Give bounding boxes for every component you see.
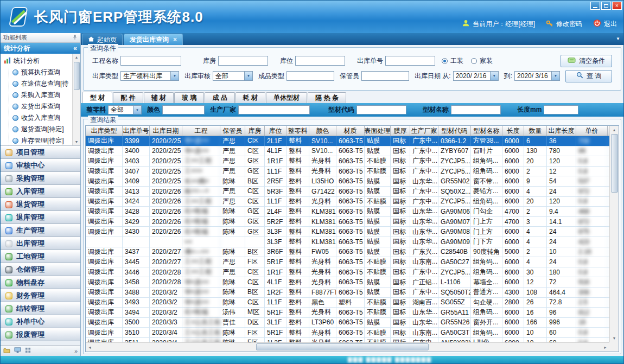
tree-item[interactable]: 在途信息查询[待 [12,78,72,90]
accordion-item[interactable]: 项目管理 [1,146,80,159]
material-tab[interactable]: 配 件 [113,92,143,103]
tree-item[interactable]: 采购入库查询 [12,90,72,101]
logout-button[interactable]: 退出 [593,19,617,29]
column-header[interactable]: 颜色 [309,126,336,136]
accordion-item[interactable]: 结转管理 [1,302,80,315]
column-header[interactable]: 型材代码 [438,126,471,136]
audit-select[interactable]: 全部 ▼ [213,71,253,81]
tab-list-dropdown-icon[interactable]: ▼ [616,36,620,41]
material-tab[interactable]: 辅 材 [144,92,174,103]
out-type-select[interactable]: 生产领料出库 ▼ [120,71,179,81]
scroll-left-icon[interactable]: ◄ [86,346,94,349]
scroll-up-icon[interactable]: ▲ [613,126,616,134]
minimize-button[interactable] [590,2,600,10]
accordion-item[interactable]: 物料盘存 [1,276,80,289]
scroll-down-icon[interactable]: ▼ [75,138,79,145]
change-password-button[interactable]: 修改密码 [546,20,582,29]
table-row[interactable]: 调拨出库34282020/2/26石×鞋城陈琳G区2L4F整料KLM381760… [86,207,609,217]
column-header[interactable]: 整零料 [286,126,309,136]
clear-conditions-button[interactable]: 清空条件 [561,55,612,67]
table-row[interactable]: 调拨出库34462020/2/28工××工程严思C区1R1F整料光身料6063-… [86,267,609,278]
material-tab[interactable]: 单体型材 [266,92,307,103]
table-row[interactable]: 调拨出库33992020/2/25华×原××严思C区2L1F整料SV10...6… [86,136,609,146]
tab-home[interactable]: 起始页 [82,34,123,45]
table-row[interactable]: 调拨出库34942020/3/2石×鞋城汤伟M区5R1F整料光身料6063-T5… [86,308,609,318]
table-row[interactable]: 调拨出库34242020/2/26工××工程严思C区1L1F整料光身料6063-… [86,197,609,207]
scroll-thumb[interactable] [611,134,618,193]
column-header[interactable]: 材质 [336,126,365,136]
accordion-item[interactable]: 报废管理 [1,328,80,341]
chevron-down-icon[interactable]: ▼ [551,71,560,81]
accordion-item[interactable]: 采购管理 [1,172,80,185]
table-row[interactable]: 调拨出库34372020/2/27佛×—××陈琳B区3R6F整料FW056063… [86,247,609,258]
more-icon[interactable]: » [74,348,78,354]
tree-item[interactable]: 退货查询[待定] [12,124,72,135]
accordion-item[interactable]: 退库管理 [1,211,80,224]
profile-code-input[interactable] [356,105,406,114]
accordion-item[interactable]: 补单中心 [1,315,80,328]
column-header[interactable]: 表面处理 [365,126,391,136]
manufacturer-input[interactable] [238,105,310,114]
chevron-down-icon[interactable]: ▼ [490,71,499,81]
zhengling-select[interactable]: 全部 ▼ [108,105,142,114]
length-input[interactable] [544,105,578,114]
tree-item[interactable]: 发货出库查询 [12,101,72,112]
chevron-down-icon[interactable]: ▼ [170,71,179,81]
monitor-icon[interactable] [14,347,21,354]
column-header[interactable]: 生产厂家 [410,126,438,136]
grid-vertical-scrollbar[interactable]: ▲ ▼ [609,126,619,342]
accordion-item[interactable]: 生产管理 [1,224,80,237]
close-button[interactable]: × [612,2,622,10]
accordion-item[interactable]: 仓储管理 [1,263,80,276]
column-header[interactable]: 出库长度 [547,126,576,136]
jiazhuang-radio[interactable] [471,58,477,64]
chevron-down-icon[interactable]: ▼ [133,105,142,114]
material-tab[interactable]: 隔 热 条 [308,92,346,103]
table-row[interactable]: 调拨出库35112020/3/4工×公共工程陈琳F区1L2F整料光身料6063-… [86,338,609,342]
tree-item[interactable]: 库存管理[待定] [12,135,72,146]
date-to-picker[interactable]: 2020/ 3/16 ▼ [514,71,560,81]
table-row[interactable]: 调拨出库35102020/3/4工×公共工程陈琳F区5R1F整料光身料6063-… [86,328,609,338]
column-header[interactable]: 膜厚 [391,126,410,136]
pin-icon[interactable] [72,34,78,41]
keeper-input[interactable] [361,71,409,81]
collapse-icon[interactable]: « [73,44,77,52]
table-row[interactable]: 调拨出库34072020/2/25工×××严思G区1L1F整料光身料6063-T… [86,167,609,177]
table-row[interactable]: 调拨出库34302020/2/26石×鞋城陈琳G区3L3F整料KLM381760… [86,227,609,237]
tree-item[interactable]: 收货入库查询 [12,112,72,124]
folder-icon[interactable] [3,347,10,354]
column-header[interactable]: 型材名称 [471,126,502,136]
color-input[interactable] [162,105,205,114]
warehouse-input[interactable] [218,56,268,66]
accordion-item[interactable]: 入库管理 [1,185,80,198]
accordion-item[interactable]: 退货管理 [1,198,80,211]
column-header[interactable]: 单价 [576,126,608,136]
tree-scrollbar[interactable]: ▲ ▼ [72,54,80,145]
column-header[interactable]: 出库类型 [86,126,123,136]
table-row[interactable]: 调拨出库34132020/2/26南××—×严思C区5R3F整料G7142260… [86,187,609,197]
material-tab[interactable]: 成 品 [205,92,234,103]
scroll-up-icon[interactable]: ▲ [75,54,79,61]
column-header[interactable]: 保管员 [220,126,245,136]
tree-root-stats[interactable]: 统计分析 [4,55,72,67]
chevron-down-icon[interactable]: ▼ [244,71,253,81]
material-tab[interactable]: 型 材 [82,92,112,103]
location-input[interactable] [295,56,345,66]
profile-name-input[interactable] [451,105,501,114]
column-header[interactable]: 出库单号 [123,126,150,136]
table-row[interactable]: 调拨出库34032020/2/25工××工程严思G区1R1F整料光身料6063-… [86,156,609,167]
scroll-thumb[interactable] [74,62,80,90]
column-header[interactable]: 库房 [245,126,265,136]
scroll-down-icon[interactable]: ▼ [613,334,616,342]
project-name-input[interactable] [120,56,181,66]
column-header[interactable]: 金额 [608,126,609,136]
column-header[interactable]: 出库日期 [150,126,182,136]
column-header[interactable]: 数量 [524,126,547,136]
table-row[interactable]: 调拨出库34452020/2/27工××工程严思F区5R1F整料光身料6063-… [86,257,609,267]
tree-item[interactable]: 预算执行查询 [12,67,72,78]
accordion-item[interactable]: 出库管理 [1,237,80,250]
table-row[interactable]: 调拨出库35002020/3/3工×公共工程曹佳D区3L1F整料LT3P6060… [86,318,609,328]
tab-close-icon[interactable]: × [173,36,177,43]
column-header[interactable]: 工程 [182,126,220,136]
scroll-right-icon[interactable]: ► [601,346,609,349]
